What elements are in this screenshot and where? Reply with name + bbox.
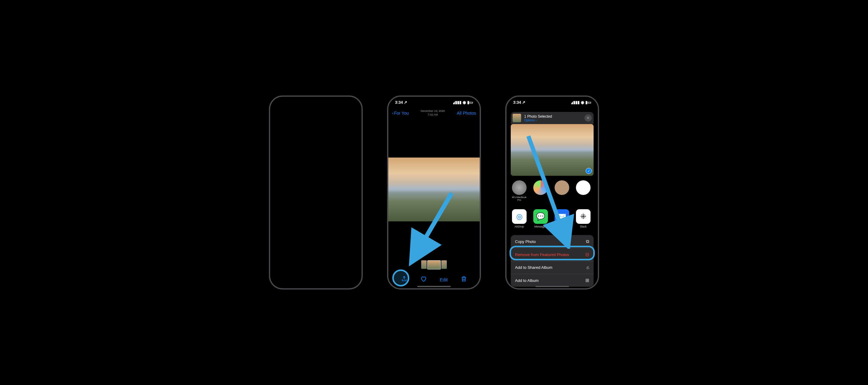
share-apps-row: ◎ AirDrop 💬 Messages ✉️ Mail ⁜ Slack	[511, 209, 598, 228]
back-label: For You	[394, 111, 409, 115]
home-indicator[interactable]	[417, 286, 451, 287]
selected-check-icon: ✓	[586, 168, 592, 174]
mail-icon: ✉️	[557, 212, 566, 221]
avatar-memoji	[576, 180, 591, 195]
status-icons: ▮▮▮▮◉▮▭	[453, 99, 473, 105]
share-person[interactable]	[553, 180, 570, 202]
album-icon: ⊞	[585, 278, 589, 283]
share-preview[interactable]: ✓	[511, 124, 594, 176]
thumbnail-selected[interactable]	[427, 260, 441, 270]
person-label: M's MacBook Pro	[511, 196, 528, 202]
photo-display[interactable]	[388, 158, 480, 221]
avatar-contact	[555, 180, 569, 195]
all-photos-button[interactable]: All Photos	[457, 111, 476, 115]
avatar-group	[533, 180, 548, 195]
photo-header: ‹ For You December 13, 2020 7:42 AM All …	[388, 109, 480, 116]
edit-button[interactable]: Edit	[440, 277, 448, 282]
status-time: 3:34	[395, 100, 403, 105]
action-label: Remove from Featured Photos	[515, 252, 569, 257]
share-title: 1 Photo Selected	[524, 114, 581, 118]
home-indicator[interactable]	[535, 286, 569, 287]
notch	[294, 97, 337, 104]
copy-icon: ⧉	[586, 239, 589, 244]
favorite-button[interactable]	[420, 276, 427, 284]
avatar-macbook	[512, 180, 527, 195]
phone-home-screen: 3:34↗ ▮▮▮▮ ◉ ▮▭ ☁️ 32° Are you enjoying …	[269, 96, 363, 289]
copy-photo-action[interactable]: Copy Photo ⧉	[511, 235, 594, 248]
share-options-button[interactable]: Options ›	[524, 118, 581, 122]
share-button[interactable]	[401, 276, 407, 284]
photo-toolbar: Edit	[388, 276, 480, 284]
photo-date: December 13, 2020 7:42 AM	[421, 109, 445, 116]
close-button[interactable]: ✕	[585, 114, 592, 121]
delete-button[interactable]	[461, 276, 467, 284]
notch	[413, 97, 455, 104]
share-person[interactable]	[532, 180, 549, 202]
status-icons: ▮▮▮▮◉▮▭	[571, 99, 591, 105]
close-icon: ✕	[586, 115, 590, 120]
phone-share-sheet: 3:34↗ ▮▮▮▮◉▮▭ 1 Photo Selected Options ›…	[505, 96, 599, 289]
shared-album-icon: ⎌	[587, 265, 589, 270]
back-button[interactable]: ‹ For You	[392, 111, 409, 115]
share-people-row: M's MacBook Pro	[511, 180, 598, 202]
share-thumbnail	[513, 114, 521, 122]
airdrop-icon: ◎	[516, 212, 523, 221]
thumbnail[interactable]	[441, 260, 447, 269]
location-arrow-icon: ↗	[522, 100, 525, 105]
thumbnail-strip[interactable]	[421, 260, 447, 270]
slack-share[interactable]: ⁜ Slack	[575, 209, 592, 228]
action-label: Add to Shared Album	[515, 265, 553, 270]
app-label: AirDrop	[515, 225, 524, 228]
share-actions: Copy Photo ⧉ Remove from Featured Photos…	[511, 235, 594, 287]
add-shared-album-action[interactable]: Add to Shared Album ⎌	[511, 261, 594, 274]
phone-photo-viewer: 3:34↗ ▮▮▮▮◉▮▭ ‹ For You December 13, 202…	[387, 96, 481, 289]
chevron-left-icon: ‹	[392, 111, 394, 115]
share-person[interactable]: M's MacBook Pro	[511, 180, 528, 202]
heart-icon	[420, 276, 427, 282]
messages-share[interactable]: 💬 Messages	[532, 209, 549, 228]
thumbnail[interactable]	[421, 260, 427, 269]
mail-share[interactable]: ✉️ Mail	[553, 209, 570, 228]
notch	[531, 97, 574, 104]
airdrop-app[interactable]: ◎ AirDrop	[511, 209, 528, 228]
app-label: Mail	[559, 225, 565, 228]
action-label: Add to Album	[515, 278, 538, 283]
trash-icon	[461, 276, 467, 282]
remove-featured-action[interactable]: Remove from Featured Photos ⊟	[511, 248, 594, 261]
chevron-right-icon: ›	[535, 118, 536, 122]
app-label: Slack	[580, 225, 587, 228]
share-header: 1 Photo Selected Options › ✕	[511, 112, 594, 124]
action-label: Copy Photo	[515, 239, 536, 244]
remove-icon: ⊟	[585, 252, 589, 257]
share-icon	[401, 276, 407, 282]
share-person[interactable]	[575, 180, 592, 202]
slack-icon: ⁜	[580, 212, 586, 221]
messages-icon: 💬	[536, 212, 545, 221]
add-album-action[interactable]: Add to Album ⊞	[511, 274, 594, 287]
app-label: Messages	[534, 225, 547, 228]
status-time: 3:34	[513, 100, 521, 105]
location-arrow-icon: ↗	[404, 100, 407, 105]
